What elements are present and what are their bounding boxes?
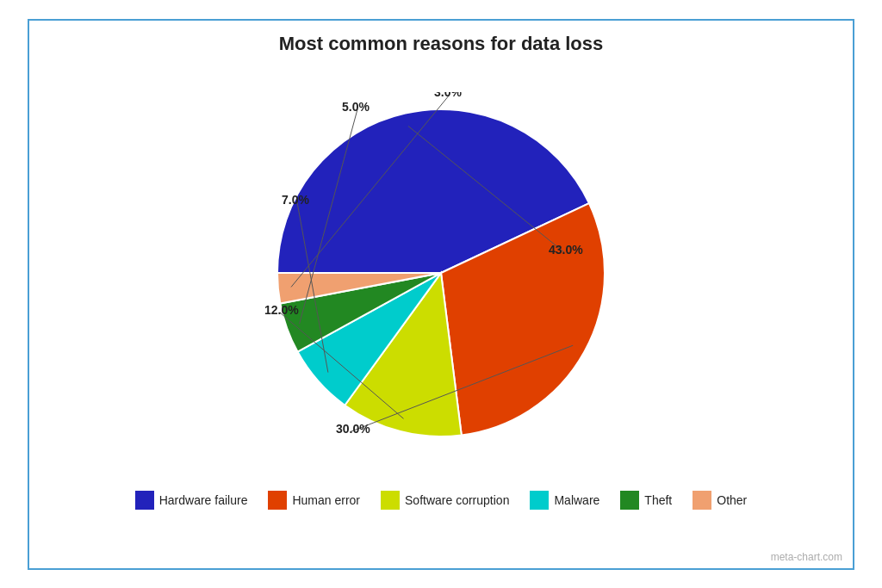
legend-label: Malware (554, 493, 599, 507)
chart-container: Most common reasons for data loss 43.0%3… (28, 19, 854, 570)
svg-text:30.0%: 30.0% (336, 422, 370, 436)
svg-text:5.0%: 5.0% (342, 100, 370, 114)
legend-color-box (381, 491, 400, 510)
legend-item: Other (693, 491, 747, 510)
svg-text:12.0%: 12.0% (264, 303, 299, 317)
legend: Hardware failureHuman errorSoftware corr… (47, 484, 835, 510)
pie-wrapper: 43.0%30.0%12.0%7.0%5.0%3.0% (260, 92, 622, 454)
legend-label: Hardware failure (159, 493, 248, 507)
legend-item: Hardware failure (135, 491, 248, 510)
chart-area: 43.0%30.0%12.0%7.0%5.0%3.0% (47, 62, 835, 484)
legend-color-box (693, 491, 711, 510)
svg-text:7.0%: 7.0% (282, 193, 309, 207)
legend-label: Software corruption (405, 493, 509, 507)
watermark: meta-chart.com (771, 551, 842, 563)
legend-label: Theft (644, 493, 672, 507)
legend-color-box (530, 491, 549, 510)
legend-item: Theft (620, 491, 672, 510)
svg-text:43.0%: 43.0% (549, 243, 583, 257)
svg-text:3.0%: 3.0% (434, 92, 462, 99)
legend-label: Human error (292, 493, 360, 507)
chart-title: Most common reasons for data loss (47, 33, 835, 55)
legend-color-box (135, 491, 154, 510)
pie-chart: 43.0%30.0%12.0%7.0%5.0%3.0% (260, 92, 622, 454)
legend-color-box (620, 491, 639, 510)
legend-color-box (268, 491, 287, 510)
legend-item: Malware (530, 491, 599, 510)
legend-item: Software corruption (381, 491, 509, 510)
legend-label: Other (717, 493, 747, 507)
legend-item: Human error (268, 491, 360, 510)
